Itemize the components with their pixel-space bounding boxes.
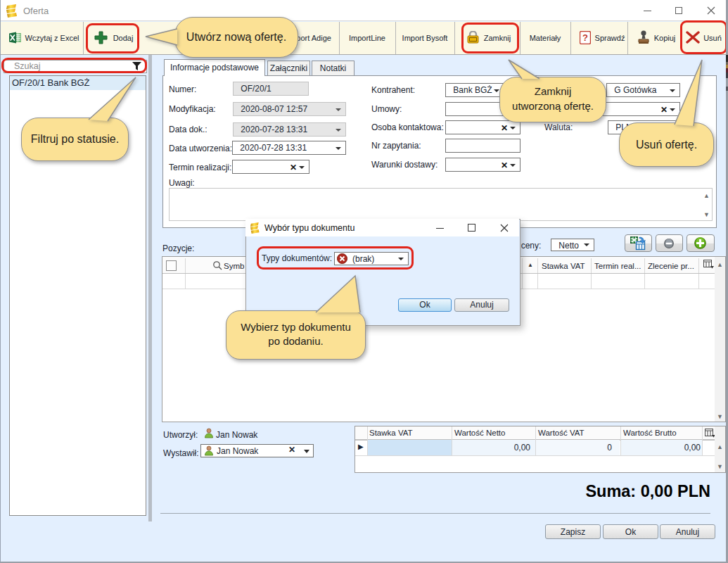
svg-text:?: ? (582, 32, 588, 43)
